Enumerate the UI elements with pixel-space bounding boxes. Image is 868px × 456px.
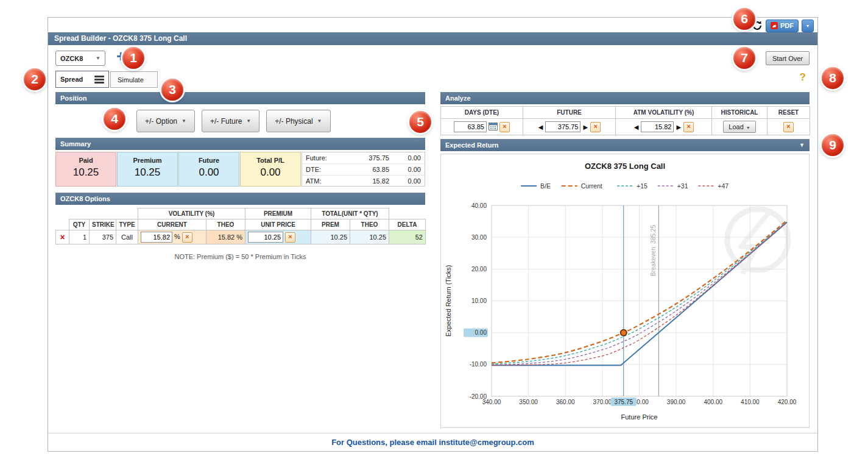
current-vol-input[interactable]	[141, 232, 172, 243]
start-over-button[interactable]: Start Over	[766, 51, 810, 65]
atm-decrement-icon[interactable]: ◀	[633, 124, 640, 130]
chevron-down-icon: ▼	[317, 118, 322, 124]
footer-contact: For Questions, please email institute@cm…	[48, 433, 817, 451]
delta-column-header: DELTA	[389, 219, 426, 230]
expected-return-chart: Breakeven: 385.2540.0030.0020.0010.000.0…	[440, 154, 810, 428]
summary-table: Paid 10.25 Premium 10.25 Future 0.00 Tot…	[55, 152, 425, 187]
days-input[interactable]	[454, 121, 487, 132]
page-title: Spread Builder - OZCK8 375 Long Call	[48, 32, 817, 45]
position-buttons: +/- Option ▼ +/- Future ▼ +/- Physical ▼	[55, 104, 425, 138]
pdf-export-button[interactable]: PDF	[766, 20, 799, 32]
reset-all-icon[interactable]: ×	[783, 122, 794, 132]
premium-label: Premium	[118, 157, 177, 164]
collapse-expected-return-icon[interactable]: ▼	[799, 139, 805, 151]
summary-stats: Future: 375.75 0.00 DTE: 63.85 0.00 ATM:…	[302, 152, 425, 187]
add-spread-icon[interactable]: +	[116, 48, 125, 65]
prem-total-cell: 10.25	[311, 230, 350, 244]
spread-builder-window: PDF ▼ Spread Builder - OZCK8 375 Long Ca…	[48, 17, 818, 452]
unit-price-input[interactable]	[248, 232, 283, 243]
summary-paid-cell: Paid 10.25	[55, 152, 116, 187]
summary-total-pl-cell: Total P/L 0.00	[240, 152, 301, 187]
delete-leg-icon[interactable]: ×	[60, 232, 65, 242]
type-column-header: TYPE	[116, 219, 138, 230]
atm-vol-cell: ◀ ▶ ×	[616, 119, 712, 135]
atm-increment-icon[interactable]: ▶	[676, 124, 682, 130]
clear-unit-price-icon[interactable]: ×	[285, 232, 295, 243]
summary-premium-cell: Premium 10.25	[117, 152, 178, 187]
chevron-down-icon: ▼	[96, 55, 101, 61]
instrument-select[interactable]: OZCK8 ▼	[55, 51, 105, 66]
prem-column-header: PREM	[311, 219, 350, 230]
delta-cell: 52	[389, 230, 426, 244]
option-leg-row: × 1 375 Call % × 15.82 % × 10.25 10.25 5…	[56, 230, 426, 244]
unit-price-cell: ×	[245, 230, 311, 244]
svg-text:370.00: 370.00	[593, 399, 612, 405]
chevron-down-icon: ▼	[246, 118, 251, 124]
future-cell: ◀ ▶ ×	[523, 119, 616, 135]
historical-column-header: HISTORICAL	[712, 107, 767, 119]
qty-cell: 1	[69, 230, 90, 244]
historical-cell: Load▼	[712, 119, 767, 135]
svg-text:+47: +47	[718, 182, 729, 190]
future-increment-icon[interactable]: ▶	[583, 124, 589, 130]
pdf-label: PDF	[780, 22, 794, 29]
premium-group-header: PREMIUM	[245, 208, 311, 219]
days-cell: ×	[441, 119, 523, 135]
analyze-header-row: DAYS (DTE) FUTURE ATM VOLATILITY (%) HIS…	[441, 107, 810, 119]
add-physical-button[interactable]: +/- Physical ▼	[266, 110, 330, 132]
future-label: Future	[179, 157, 239, 164]
reset-future-icon[interactable]: ×	[590, 122, 601, 132]
clear-current-vol-icon[interactable]: ×	[182, 232, 192, 243]
analyze-table: DAYS (DTE) FUTURE ATM VOLATILITY (%) HIS…	[440, 106, 810, 135]
callout-badge-8: 8	[822, 67, 844, 89]
tab-spread[interactable]: Spread	[55, 71, 109, 88]
theo-column-header: THEO	[206, 219, 245, 230]
add-option-button[interactable]: +/- Option ▼	[136, 110, 195, 132]
strike-column-header: STRIKE	[90, 219, 116, 230]
reset-column-header: RESET	[767, 107, 810, 119]
x-axis-label: Future Price	[621, 413, 658, 421]
theo-total-column-header: THEO	[350, 219, 389, 230]
load-historical-button[interactable]: Load▼	[723, 121, 755, 133]
add-future-button[interactable]: +/- Future ▼	[202, 110, 259, 132]
atm-vol-input[interactable]	[641, 121, 674, 132]
calendar-icon[interactable]	[489, 122, 498, 132]
chevron-down-icon: ▼	[746, 126, 750, 130]
total-group-header: TOTAL(UNIT * QTY)	[311, 208, 389, 219]
theo-vol-cell: 15.82 %	[206, 230, 245, 244]
reset-cell: ×	[767, 119, 810, 135]
reset-atm-icon[interactable]: ×	[683, 122, 694, 132]
options-group-header-row: VOLATILITY (%) PREMIUM TOTAL(UNIT * QTY)	[56, 208, 426, 219]
reset-days-icon[interactable]: ×	[499, 122, 510, 132]
chevron-down-icon: ▼	[182, 118, 186, 124]
tab-simulate[interactable]: Simulate	[110, 71, 158, 88]
toolbar: OZCK8 ▼ + Start Over	[55, 50, 810, 67]
svg-text:350.00: 350.00	[519, 399, 538, 405]
stat-row-future: Future: 375.75 0.00	[302, 152, 425, 164]
help-icon[interactable]: ?	[800, 71, 806, 84]
tab-spread-label: Spread	[60, 76, 83, 83]
future-decrement-icon[interactable]: ◀	[538, 124, 544, 130]
type-cell: Call	[116, 230, 138, 244]
current-position-marker	[621, 330, 627, 336]
svg-text:30.00: 30.00	[471, 234, 487, 241]
future-input[interactable]	[545, 121, 580, 132]
options-column-header-row: QTY STRIKE TYPE CURRENT THEO UNIT PRICE …	[56, 219, 426, 230]
unit-price-column-header: UNIT PRICE	[245, 219, 311, 230]
instrument-value: OZCK8	[60, 55, 83, 62]
svg-text:+31: +31	[677, 182, 688, 190]
position-header: Position	[55, 92, 425, 104]
paid-value: 10.25	[56, 166, 116, 179]
svg-text:Current: Current	[581, 182, 602, 190]
days-column-header: DAYS (DTE)	[441, 107, 523, 119]
menu-icon[interactable]	[94, 76, 104, 84]
current-column-header: CURRENT	[138, 219, 206, 230]
stat-row-dte: DTE: 63.85 0.00	[302, 164, 425, 176]
svg-text:410.00: 410.00	[741, 399, 760, 405]
options-header: OZCK8 Options	[55, 193, 425, 205]
pdf-options-button[interactable]: ▼	[802, 20, 814, 32]
analyze-controls-row: × ◀ ▶ × ◀ ▶ × Load▼	[441, 119, 810, 135]
svg-text:375.75: 375.75	[614, 399, 633, 405]
position-panel: Position +/- Option ▼ +/- Future ▼ +/- P…	[55, 92, 425, 260]
refresh-icon[interactable]	[752, 20, 763, 31]
